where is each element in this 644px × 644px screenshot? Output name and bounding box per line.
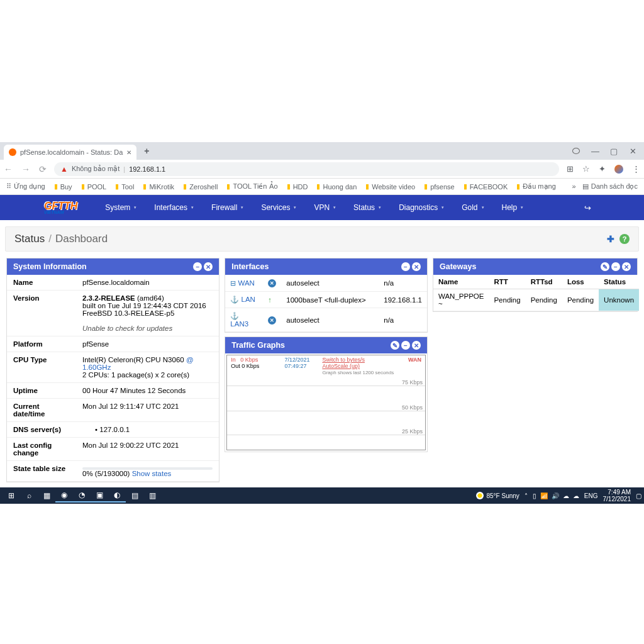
browser-tab[interactable]: pfSense.localdomain - Status: Da ✕ [4,145,136,160]
status-down-icon: ✕ [268,279,276,287]
nav-status[interactable]: Status [345,203,390,212]
bookmark-item[interactable]: ▮Buy [54,182,72,191]
nav-vpn[interactable]: VPN [305,203,345,212]
minimize-panel-icon[interactable]: − [193,262,202,271]
notifications-icon[interactable]: ▢ [636,492,641,499]
table-header-row: Name RTT RTTsd Loss Status [433,275,639,289]
interface-row: ⚓ LAN3 ✕ autoselect n/a [225,308,427,332]
bookmark-item[interactable]: ▮Tool [115,182,134,191]
close-panel-icon[interactable]: ✕ [412,341,421,350]
minimize-panel-icon[interactable]: − [611,262,620,271]
nav-interfaces[interactable]: Interfaces [145,203,203,212]
switch-bytes-link[interactable]: Switch to bytes/s [322,357,394,363]
new-tab-button[interactable]: + [144,146,149,156]
tray-chevron-icon[interactable]: ˄ [525,492,528,499]
close-panel-icon[interactable]: ✕ [204,262,213,271]
gateway-row: WAN_PPPOE~ Pending Pending Pending Unkno… [433,289,639,311]
start-icon[interactable]: ⊞ [3,489,20,502]
battery-icon[interactable]: ▯ [533,492,536,499]
bookmark-item[interactable]: ▮TOOL Tiền Ảo [226,182,277,191]
url-text: 192.168.1.1 [129,165,165,173]
bookmark-item[interactable]: ▮FACEBOOK [464,182,508,191]
gateways-panel: Gateways ✎ − ✕ Name RTT RTTsd Loss Statu… [433,258,638,312]
bookmark-item[interactable]: ▮Huong dan [316,182,357,191]
main-navbar: GFTTH VIETNAM System Interfaces Firewall… [0,195,644,220]
taskbar-chrome-icon[interactable]: ◔ [73,489,91,502]
bookmark-item[interactable]: ▮pfsense [424,182,455,191]
bookmarks-overflow-icon[interactable]: » [572,182,576,191]
nav-system[interactable]: System [96,203,145,212]
forward-icon[interactable]: → [21,164,30,174]
bookmark-item[interactable]: ▮HDD [287,182,308,191]
clock[interactable]: 7:49 AM 7/12/2021 [603,489,631,502]
minimize-icon[interactable]: — [591,147,599,156]
bookmarks-bar: ⠿ Ứng dụng ▮Buy ▮POOL ▮Tool ▮MiKrotik ▮Z… [0,179,644,195]
taskbar-app[interactable]: ▣ [91,489,108,502]
whitespace [0,0,644,142]
interface-row: ⚓ LAN ↑ 1000baseT <full-duplex> 192.168.… [225,292,427,308]
nav-diagnostics[interactable]: Diagnostics [390,203,453,212]
interface-link[interactable]: LAN [242,296,255,303]
bookmark-item[interactable]: ▮Zeroshell [183,182,218,191]
taskbar-app[interactable]: ◉ [55,489,73,502]
task-view-icon[interactable]: ▦ [38,489,55,502]
bookmark-item[interactable]: ▮Website video [365,182,415,191]
search-icon[interactable]: ⌕ [20,489,38,502]
nav-help[interactable]: Help [493,203,533,212]
table-row: NamepfSense.localdomain [7,275,219,291]
maximize-icon[interactable]: ▢ [610,147,618,156]
settings-panel-icon[interactable]: ✎ [391,341,399,350]
show-states-link[interactable]: Show states [132,470,172,477]
table-row: PlatformpfSense [7,336,219,352]
onedrive-icon[interactable]: ☁ [573,492,579,499]
bookmark-item[interactable]: ▮Đầu mạng [516,182,556,191]
autoscale-link[interactable]: AutoScale (up) [322,363,394,369]
windows-taskbar: ⊞ ⌕ ▦ ◉ ◔ ▣ ◐ ▤ ▥ 85°F Sunny ˄ ▯ 📶 🔊 ☁ ☁… [0,487,644,504]
minimize-panel-icon[interactable]: − [401,262,410,271]
profile-avatar-icon[interactable] [614,165,623,174]
bookmark-star-icon[interactable]: ☆ [582,164,590,174]
taskbar-app[interactable]: ▤ [126,489,143,502]
menu-icon[interactable]: ⋮ [632,164,640,174]
reload-icon[interactable]: ⟳ [39,164,47,174]
close-panel-icon[interactable]: ✕ [622,262,631,271]
back-icon[interactable]: ← [4,164,13,174]
table-row: CPU Type Intel(R) Celeron(R) CPU N3060 @… [7,352,219,383]
language-indicator[interactable]: ENG [584,492,598,499]
logo[interactable]: GFTTH VIETNAM [44,201,77,214]
close-panel-icon[interactable]: ✕ [412,262,421,271]
panel-title: System Information [13,262,193,271]
minimize-panel-icon[interactable]: − [401,341,410,350]
table-row: DNS server(s)• 127.0.0.1 [7,422,219,438]
taskbar-app[interactable]: ▥ [143,489,161,502]
interface-link[interactable]: WAN [238,279,255,287]
help-icon[interactable]: ? [619,234,630,244]
close-tab-icon[interactable]: ✕ [126,149,131,156]
volume-icon[interactable]: 🔊 [552,492,559,499]
breadcrumb-group[interactable]: Status [14,233,45,245]
address-bar[interactable]: ▲ Không bảo mật | 192.168.1.1 [54,162,559,176]
settings-panel-icon[interactable]: ✎ [601,262,609,271]
account-icon[interactable] [572,147,580,156]
taskbar-app[interactable]: ◐ [108,489,126,502]
panel-title: Interfaces [231,262,401,271]
wifi-icon[interactable]: 📶 [540,492,548,499]
nav-firewall[interactable]: Firewall [203,203,252,212]
logout-icon[interactable]: ↪ [575,203,600,213]
extensions-icon[interactable]: ✦ [599,164,606,174]
weather-widget[interactable]: 85°F Sunny [476,492,519,499]
bookmark-item[interactable]: ▮MiKrotik [143,182,174,191]
apps-shortcut[interactable]: ⠿ Ứng dụng [6,182,45,191]
insecure-icon: ▲ [60,165,68,174]
cloud-icon[interactable]: ☁ [563,492,569,499]
nav-gold[interactable]: Gold [453,203,492,212]
translate-icon[interactable]: ⊞ [567,164,574,174]
table-row: Current date/timeMon Jul 12 9:11:47 UTC … [7,399,219,422]
add-widget-icon[interactable]: ✚ [607,234,614,244]
interfaces-panel: Interfaces − ✕ ⊟ WAN ✕ autoselect n/a ⚓ … [225,258,428,333]
bookmark-item[interactable]: ▮POOL [81,182,107,191]
reading-list[interactable]: ▤ Danh sách đọc [582,182,638,191]
close-window-icon[interactable]: ✕ [629,147,636,156]
interface-link[interactable]: LAN3 [230,320,248,328]
nav-services[interactable]: Services [252,203,305,212]
